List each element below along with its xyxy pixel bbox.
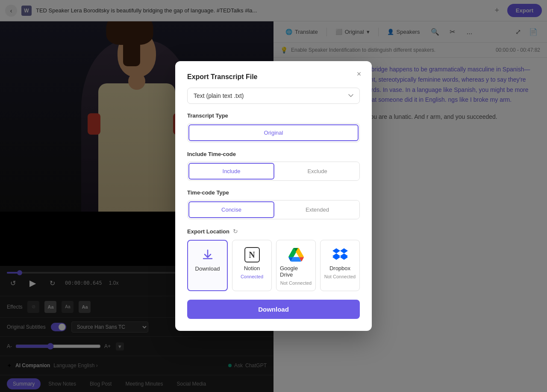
modal-title: Export Transcript File <box>187 73 360 81</box>
notion-status: Connected <box>241 274 263 279</box>
location-notion-card[interactable]: N Notion Connected <box>232 240 272 291</box>
refresh-icon[interactable]: ↻ <box>233 228 238 235</box>
dropbox-label: Dropbox <box>329 265 350 271</box>
gdrive-status: Not Connected <box>280 280 312 286</box>
transcript-type-original[interactable]: Original <box>188 124 359 141</box>
timecode-concise-button[interactable]: Concise <box>188 201 274 218</box>
notion-label: Notion <box>244 265 260 271</box>
export-location-header: Export Location ↻ <box>187 228 360 235</box>
timecode-type-label: Time-code Type <box>187 189 360 196</box>
download-label: Download <box>195 265 220 272</box>
timecode-extended-button[interactable]: Extended <box>275 200 359 219</box>
file-format-select[interactable]: Text (plain text .txt) SRT VTT Word Docu… <box>187 88 360 104</box>
timecode-include-button[interactable]: Include <box>188 163 274 180</box>
location-download-card[interactable]: Download <box>187 240 228 291</box>
gdrive-icon <box>288 247 304 262</box>
export-location-label: Export Location <box>187 228 229 235</box>
modal-overlay[interactable]: × Export Transcript File Text (plain tex… <box>0 0 547 392</box>
export-modal: × Export Transcript File Text (plain tex… <box>175 61 372 331</box>
download-button[interactable]: Download <box>187 300 360 319</box>
modal-close-button[interactable]: × <box>353 68 365 80</box>
location-gdrive-card[interactable]: Google Drive Not Connected <box>276 240 316 291</box>
timecode-exclude-button[interactable]: Exclude <box>275 162 359 180</box>
timecode-type-group: Concise Extended <box>187 200 360 219</box>
notion-icon: N <box>244 247 260 262</box>
location-dropbox-card[interactable]: Dropbox Not Connected <box>320 240 360 291</box>
dropbox-status: Not Connected <box>324 274 356 279</box>
transcript-type-label: Transcript Type <box>187 112 360 119</box>
include-timecode-label: Include Time-code <box>187 151 360 157</box>
location-cards: Download N Notion Connected <box>187 240 360 291</box>
timecode-group: Include Exclude <box>187 162 360 181</box>
transcript-type-group: Original <box>187 123 360 142</box>
dropbox-icon <box>332 247 348 262</box>
gdrive-label: Google Drive <box>280 265 312 278</box>
download-icon <box>200 248 215 263</box>
